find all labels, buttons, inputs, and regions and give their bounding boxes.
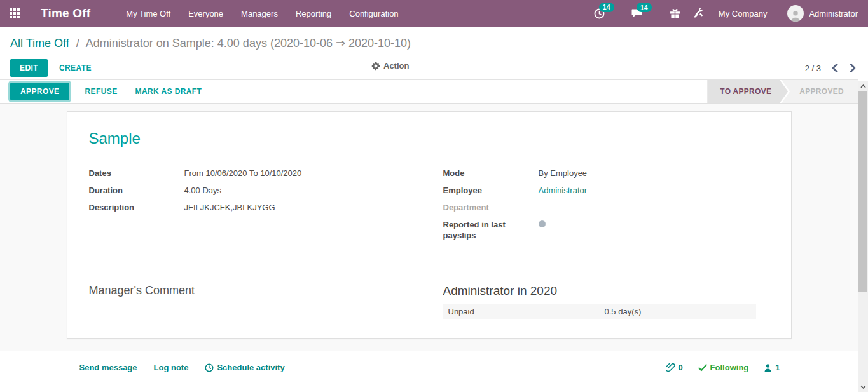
lower-section: Manager's Comment Administrator in 2020 … — [89, 284, 769, 319]
field-mode: Mode By Employee — [443, 168, 769, 179]
duration-value: 4.00 Days — [184, 185, 222, 196]
field-description: Description JFILJKJCFK,JBLKJYGG — [89, 202, 415, 213]
payslips-label: Reported in last payslips — [443, 219, 539, 241]
main-menu: My Time Off Everyone Managers Reporting … — [120, 6, 404, 21]
tools-icon — [693, 8, 703, 18]
menu-item-configuration[interactable]: Configuration — [343, 6, 404, 21]
apps-grid-icon — [10, 8, 20, 18]
schedule-activity-label: Schedule activity — [217, 363, 284, 372]
following-button[interactable]: Following — [698, 363, 749, 372]
check-icon — [698, 364, 707, 372]
company-switcher[interactable]: My Company — [712, 9, 774, 18]
menu-item-my-time-off[interactable]: My Time Off — [120, 6, 177, 21]
user-name: Administrator — [809, 9, 858, 18]
field-dates: Dates From 10/06/2020 To 10/10/2020 — [89, 168, 415, 179]
status-pipeline: TO APPROVE APPROVED — [707, 80, 858, 103]
description-label: Description — [89, 202, 184, 213]
following-label: Following — [710, 363, 749, 372]
summary-amount-cell: 0.5 day(s) — [600, 304, 756, 319]
paperclip-icon — [666, 363, 675, 372]
schedule-activity-button[interactable]: Schedule activity — [205, 363, 284, 372]
refuse-button[interactable]: REFUSE — [78, 83, 123, 100]
follower-person-icon — [764, 363, 772, 372]
gear-icon — [371, 62, 380, 71]
scrollbar-thumb[interactable] — [858, 91, 867, 292]
dates-label: Dates — [89, 168, 184, 179]
user-menu[interactable]: Administrator — [778, 5, 858, 22]
form-sheet: Sample Dates From 10/06/2020 To 10/10/20… — [67, 111, 792, 339]
field-group: Dates From 10/06/2020 To 10/10/2020 Dura… — [89, 168, 769, 247]
description-value: JFILJKJCFK,JBLKJYGG — [184, 202, 275, 213]
table-row: Unpaid 0.5 day(s) — [443, 304, 756, 319]
send-message-button[interactable]: Send message — [79, 363, 137, 372]
pager-previous-button[interactable] — [830, 62, 839, 74]
chevron-left-icon — [831, 64, 838, 72]
chevron-right-icon — [850, 64, 857, 72]
field-column-right: Mode By Employee Employee Administrator … — [443, 168, 769, 247]
rewards-button[interactable] — [666, 6, 684, 22]
attachments-count: 0 — [678, 363, 682, 372]
employee-label: Employee — [443, 185, 539, 196]
mode-value: By Employee — [539, 168, 588, 179]
breadcrumb: All Time Off / Administrator on Sample: … — [0, 27, 868, 54]
summary-type-cell: Unpaid — [443, 304, 600, 319]
form-view: APPROVE REFUSE MARK AS DRAFT TO APPROVE … — [0, 79, 858, 392]
field-reported-in-payslips: Reported in last payslips — [443, 219, 769, 241]
breadcrumb-all-time-off[interactable]: All Time Off — [10, 37, 69, 50]
timeoff-form-page: Time Off My Time Off Everyone Managers R… — [0, 0, 868, 392]
statusbar-row: APPROVE REFUSE MARK AS DRAFT TO APPROVE … — [0, 79, 858, 104]
action-label: Action — [383, 61, 409, 71]
chatter-toolbar: Send message Log note Schedule activity … — [79, 363, 780, 372]
edit-button[interactable]: EDIT — [10, 59, 48, 77]
managers-comment-section: Manager's Comment — [89, 284, 415, 319]
scroll-down-icon — [860, 385, 866, 389]
breadcrumb-separator: / — [72, 37, 83, 50]
status-step-to-approve[interactable]: TO APPROVE — [707, 80, 788, 103]
create-button[interactable]: CREATE — [53, 59, 98, 77]
department-label: Department — [443, 202, 539, 213]
apps-menu-button[interactable] — [8, 6, 22, 20]
pager-next-button[interactable] — [848, 62, 858, 74]
messages-button[interactable]: 14 — [628, 6, 661, 21]
menu-item-managers[interactable]: Managers — [235, 6, 284, 21]
summary-title: Administrator in 2020 — [443, 284, 769, 298]
gift-icon — [670, 8, 680, 19]
status-step-approved[interactable]: APPROVED — [782, 80, 858, 103]
vertical-scrollbar[interactable] — [858, 81, 868, 392]
user-avatar — [787, 5, 804, 22]
chatter-inner: Send message Log note Schedule activity … — [67, 363, 792, 392]
scroll-up-arrow[interactable] — [858, 82, 868, 91]
followers-button[interactable]: 1 — [764, 363, 780, 372]
activities-count-badge: 14 — [599, 3, 614, 12]
field-employee: Employee Administrator — [443, 185, 769, 196]
payslips-checkbox — [539, 220, 546, 227]
scroll-up-icon — [860, 84, 866, 88]
managers-comment-title: Manager's Comment — [89, 284, 415, 297]
mark-as-draft-button[interactable]: MARK AS DRAFT — [129, 83, 209, 100]
field-duration: Duration 4.00 Days — [89, 185, 415, 196]
form-content-area: Sample Dates From 10/06/2020 To 10/10/20… — [0, 104, 858, 351]
schedule-clock-icon — [205, 363, 214, 372]
duration-label: Duration — [89, 185, 184, 196]
attachments-button[interactable]: 0 — [666, 363, 682, 372]
activities-button[interactable]: 14 — [590, 6, 623, 22]
app-brand-title[interactable]: Time Off — [41, 6, 90, 20]
field-department: Department — [443, 202, 769, 213]
pager-value: 2 / 3 — [805, 64, 821, 73]
employee-value-link[interactable]: Administrator — [539, 185, 588, 196]
pager: 2 / 3 — [805, 62, 858, 74]
person-icon — [789, 9, 802, 22]
debug-tools-button[interactable] — [689, 6, 707, 21]
messages-count-badge: 14 — [637, 3, 652, 12]
followers-count: 1 — [775, 363, 780, 372]
dates-value: From 10/06/2020 To 10/10/2020 — [184, 168, 302, 179]
action-menu-button[interactable]: Action — [371, 61, 409, 71]
summary-table: Unpaid 0.5 day(s) — [443, 304, 756, 319]
menu-item-everyone[interactable]: Everyone — [182, 6, 230, 21]
approve-button[interactable]: APPROVE — [10, 83, 69, 100]
log-note-button[interactable]: Log note — [154, 363, 189, 372]
mode-label: Mode — [443, 168, 539, 179]
scroll-down-arrow[interactable] — [858, 382, 868, 391]
menu-item-reporting[interactable]: Reporting — [289, 6, 338, 21]
breadcrumb-current: Administrator on Sample: 4.00 days (2020… — [86, 37, 411, 50]
